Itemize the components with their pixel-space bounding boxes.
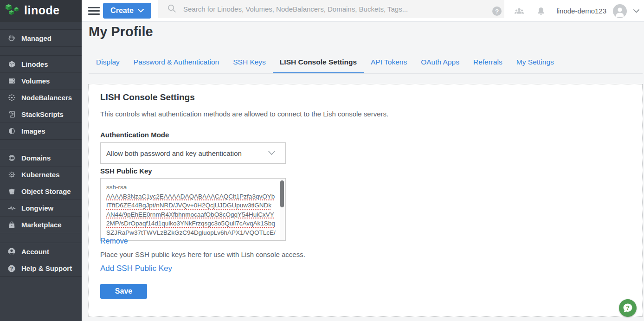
auth-mode-label: Authentication Mode: [100, 131, 169, 139]
ssh-key-line: 2MP/sDrOpaqf14d1qulko3YNkFrzqsgc3o5Quil7…: [106, 219, 276, 228]
sidebar-item-label: Marketplace: [21, 221, 62, 229]
tab-ssh-keys[interactable]: SSH Keys: [226, 52, 273, 73]
kubernetes-wheel-icon: [6, 170, 17, 180]
sidebar-item-label: Longview: [21, 204, 53, 212]
search-icon: [167, 3, 177, 15]
svg-text:?: ?: [626, 305, 630, 311]
sidebar-item-nodebalancers[interactable]: NodeBalancers: [0, 89, 82, 106]
auth-mode-select[interactable]: Allow both password and key authenticati…: [100, 142, 286, 164]
sidebar-item-label: Linodes: [21, 60, 48, 68]
sidebar-item-longview[interactable]: Longview: [0, 199, 82, 216]
sidebar-item-marketplace[interactable]: Marketplace: [0, 216, 82, 233]
tab-password-authentication[interactable]: Password & Authentication: [127, 52, 226, 73]
bucket-icon: [6, 186, 17, 197]
textarea-scrollbar-thumb[interactable]: [280, 180, 284, 207]
community-icon[interactable]: [513, 6, 526, 17]
panel-description: This controls what authentication method…: [100, 110, 388, 118]
globe-icon: [6, 153, 17, 163]
ssh-key-line: ssh-rsa: [106, 183, 276, 192]
pulse-icon: [6, 203, 17, 213]
sidebar-item-label: StackScripts: [21, 110, 64, 118]
sidebar-item-label: Volumes: [21, 77, 50, 85]
avatar-icon[interactable]: [613, 4, 627, 18]
sidebar-item-label: Help & Support: [21, 264, 72, 272]
managed-hand-icon: [6, 33, 17, 43]
sidebar-group-account: Account ? Help & Support: [0, 243, 82, 277]
remove-key-link[interactable]: Remove: [100, 237, 128, 245]
sidebar: linode Managed Linodes Volumes: [0, 0, 82, 321]
tab-oauth-apps[interactable]: OAuth Apps: [414, 52, 466, 73]
sidebar-group-compute: Linodes Volumes NodeBalancers StackScrip…: [0, 55, 82, 140]
sidebar-item-label: Object Storage: [21, 187, 71, 195]
topbar: Create ? linode-demo123: [82, 0, 644, 22]
search-input[interactable]: [183, 5, 480, 13]
sidebar-item-label: NodeBalancers: [21, 94, 72, 102]
svg-text:?: ?: [10, 266, 13, 271]
tabs-divider: [89, 73, 643, 74]
sidebar-item-images[interactable]: Images: [0, 122, 82, 139]
brand-name: linode: [24, 4, 60, 17]
sidebar-group-managed: Managed: [0, 29, 82, 47]
tab-referrals[interactable]: Referrals: [466, 52, 509, 73]
person-circle-icon: [6, 246, 17, 257]
nodebalancers-icon: [6, 93, 17, 103]
create-button[interactable]: Create: [103, 3, 151, 19]
ssh-key-line: AAAAB3NzaC1yc2EAAAADAQABAAACAQCit1Pzfa3q…: [106, 192, 276, 201]
sidebar-item-stackscripts[interactable]: StackScripts: [0, 106, 82, 122]
hamburger-icon[interactable]: [88, 7, 100, 15]
sidebar-item-managed[interactable]: Managed: [0, 30, 82, 46]
shopping-bag-icon: [6, 220, 17, 230]
logo-band[interactable]: linode: [0, 0, 82, 22]
help-circle-icon[interactable]: ?: [491, 6, 502, 17]
ssh-key-line: SZJRaPw37tTWVLzBZkGzC94DgluopLv6hAPX1/VQ…: [106, 228, 276, 238]
chevron-down-icon[interactable]: [633, 9, 639, 13]
page-title: My Profile: [89, 24, 153, 39]
chevron-down-icon: [138, 9, 144, 13]
sidebar-item-account[interactable]: Account: [0, 243, 82, 260]
svg-text:?: ?: [495, 7, 499, 14]
panel-heading: LISH Console Settings: [100, 92, 195, 103]
linode-cube-icon: [6, 59, 17, 69]
images-icon: [6, 126, 17, 136]
tab-lish-console-settings[interactable]: LISH Console Settings: [273, 52, 364, 73]
sidebar-item-linodes[interactable]: Linodes: [0, 56, 82, 72]
tab-display[interactable]: Display: [89, 52, 127, 73]
add-ssh-key-link[interactable]: Add SSH Public Key: [100, 264, 172, 273]
create-button-label: Create: [110, 6, 134, 15]
sidebar-item-label: Images: [21, 127, 45, 135]
auth-mode-selected-value: Allow both password and key authenticati…: [106, 149, 242, 157]
profile-tabs: Display Password & Authentication SSH Ke…: [89, 52, 561, 73]
volumes-icon: [6, 76, 17, 86]
chevron-down-icon: [268, 149, 275, 157]
tab-my-settings[interactable]: My Settings: [509, 52, 561, 73]
search-box: [158, 0, 504, 18]
stackscripts-scroll-icon: [6, 109, 17, 120]
sidebar-item-domains[interactable]: Domains: [0, 149, 82, 166]
tab-api-tokens[interactable]: API Tokens: [364, 52, 414, 73]
notifications-bell-icon[interactable]: [536, 6, 546, 17]
linode-logo-icon: [5, 3, 20, 19]
sidebar-item-volumes[interactable]: Volumes: [0, 72, 82, 89]
sidebar-item-label: Managed: [21, 34, 52, 42]
sidebar-item-help-support[interactable]: ? Help & Support: [0, 260, 82, 276]
sidebar-group-services: Domains Kubernetes Object Storage Longvi…: [0, 149, 82, 233]
sidebar-item-object-storage[interactable]: Object Storage: [0, 183, 82, 199]
ssh-key-help-text: Place your SSH public keys here for use …: [100, 250, 305, 258]
sidebar-item-kubernetes[interactable]: Kubernetes: [0, 166, 82, 183]
help-chat-icon: ?: [622, 302, 634, 314]
ssh-key-line: AN44/9pEhEE0rnmR4XfbhnmocaafObO8cOgqY54H…: [106, 210, 276, 219]
sidebar-item-label: Kubernetes: [21, 171, 60, 179]
save-button[interactable]: Save: [100, 284, 147, 299]
sidebar-item-label: Account: [21, 248, 49, 256]
lish-settings-panel: LISH Console Settings This controls what…: [88, 84, 643, 317]
ssh-key-line: ITftD6ZE44BgJpt/nNRD/JVQv+0H2QcjUJDGUpuw…: [106, 201, 276, 210]
help-chat-button[interactable]: ?: [619, 299, 637, 317]
ssh-key-label: SSH Public Key: [100, 167, 152, 175]
username[interactable]: linode-demo123: [556, 7, 606, 15]
ssh-key-textarea[interactable]: ssh-rsa AAAAB3NzaC1yc2EAAAADAQABAAACAQCi…: [100, 178, 286, 241]
question-circle-icon: ?: [6, 263, 17, 274]
sidebar-item-label: Domains: [21, 154, 51, 162]
